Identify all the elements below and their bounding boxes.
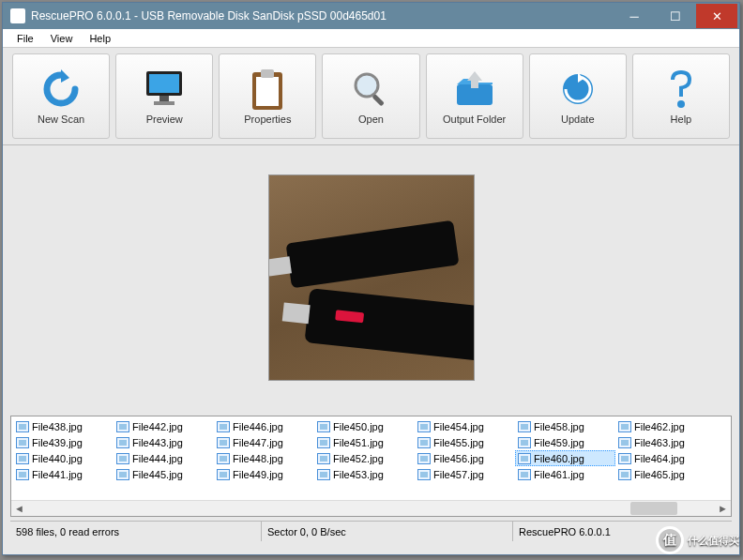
file-list[interactable]: File438.jpgFile439.jpgFile440.jpgFile441… [10,416,732,517]
file-name: File438.jpg [32,421,83,432]
close-button[interactable]: ✕ [696,4,737,28]
globe-refresh-icon [557,68,599,110]
usb-drive-graphic [285,220,459,289]
file-name: File460.jpg [534,453,584,464]
list-item[interactable]: File465.jpg [615,466,716,482]
list-item[interactable]: File454.jpg [415,418,515,434]
properties-button[interactable]: Properties [219,53,316,139]
list-item[interactable]: File447.jpg [214,434,314,450]
svg-rect-3 [154,101,174,105]
outputfolder-button[interactable]: Output Folder [426,53,523,139]
list-item[interactable]: File456.jpg [415,450,515,466]
horizontal-scrollbar[interactable]: ◄ ► [11,500,731,516]
scroll-right-icon[interactable]: ► [715,501,731,517]
menu-help[interactable]: Help [81,31,119,46]
list-item[interactable]: File458.jpg [515,418,615,434]
preview-label: Preview [146,114,183,125]
scroll-thumb[interactable] [630,502,677,515]
scroll-track[interactable] [27,501,715,517]
status-files: 598 files, 0 read errors [10,522,262,541]
svg-rect-8 [372,94,385,106]
list-item[interactable]: File440.jpg [13,450,114,466]
file-name: File453.jpg [333,469,384,480]
list-item[interactable]: File438.jpg [13,418,114,434]
image-file-icon [417,469,431,480]
list-item[interactable]: File455.jpg [415,434,515,450]
toolbar: New Scan Preview Properties Open Output … [3,48,739,145]
file-name: File464.jpg [634,453,685,464]
image-file-icon [217,421,230,432]
list-item[interactable]: File444.jpg [114,450,214,466]
app-icon [10,8,25,23]
open-button[interactable]: Open [322,53,419,139]
image-file-icon [116,453,129,464]
update-label: Update [561,114,594,125]
list-item[interactable]: File451.jpg [314,434,415,450]
image-file-icon [116,421,129,432]
file-name: File440.jpg [32,453,83,464]
image-file-icon [417,421,431,432]
svg-point-7 [356,74,378,97]
image-file-icon [618,469,631,480]
image-file-icon [518,437,531,448]
file-name: File439.jpg [32,437,83,448]
list-item[interactable]: File453.jpg [314,466,415,482]
scroll-left-icon[interactable]: ◄ [11,501,27,517]
help-button[interactable]: Help [632,53,730,139]
list-item[interactable]: File452.jpg [314,450,415,466]
image-file-icon [16,469,29,480]
image-file-icon [217,469,230,480]
newscan-button[interactable]: New Scan [12,53,110,139]
list-item[interactable]: File459.jpg [515,434,615,450]
newscan-label: New Scan [38,114,84,125]
list-item[interactable]: File439.jpg [13,434,114,450]
list-item[interactable]: File464.jpg [615,450,716,466]
list-item[interactable]: File460.jpg [515,450,615,466]
magnifier-icon [350,68,391,110]
update-button[interactable]: Update [529,53,627,139]
image-file-icon [16,453,29,464]
properties-label: Properties [244,114,291,125]
maximize-button[interactable]: ☐ [655,4,696,28]
list-item[interactable]: File448.jpg [214,450,314,466]
list-item[interactable]: File445.jpg [114,466,214,482]
svg-rect-6 [261,69,274,78]
minimize-button[interactable]: ─ [614,4,655,28]
list-item[interactable]: File457.jpg [415,466,515,482]
image-file-icon [217,453,230,464]
file-name: File454.jpg [433,421,484,432]
file-name: File441.jpg [32,469,83,480]
menubar: File View Help [3,29,739,48]
usb-drive-graphic [304,288,475,361]
preview-image [268,174,475,381]
file-name: File457.jpg [433,469,484,480]
list-item[interactable]: File443.jpg [114,434,214,450]
menu-view[interactable]: View [42,31,82,46]
file-name: File452.jpg [333,453,384,464]
file-name: File448.jpg [233,453,283,464]
open-label: Open [358,114,384,125]
preview-button[interactable]: Preview [115,53,213,139]
list-item[interactable]: File449.jpg [214,466,314,482]
list-item[interactable]: File450.jpg [314,418,415,434]
image-file-icon [518,421,531,432]
list-item[interactable]: File462.jpg [615,418,716,434]
list-item[interactable]: File461.jpg [515,466,615,482]
list-item[interactable]: File442.jpg [114,418,214,434]
list-item[interactable]: File446.jpg [214,418,314,434]
image-file-icon [16,421,29,432]
file-name: File465.jpg [634,469,685,480]
svg-rect-5 [256,77,279,106]
image-file-icon [116,437,129,448]
list-item[interactable]: File463.jpg [615,434,716,450]
window-title: RescuePRO 6.0.0.1 - USB Removable Disk S… [31,9,614,23]
question-icon [660,68,702,110]
image-file-icon [518,469,531,480]
file-name: File458.jpg [534,421,584,432]
preview-area [3,145,739,410]
menu-file[interactable]: File [8,31,42,46]
list-item[interactable]: File441.jpg [13,466,114,482]
file-name: File447.jpg [233,437,283,448]
image-file-icon [116,469,129,480]
image-file-icon [16,437,29,448]
